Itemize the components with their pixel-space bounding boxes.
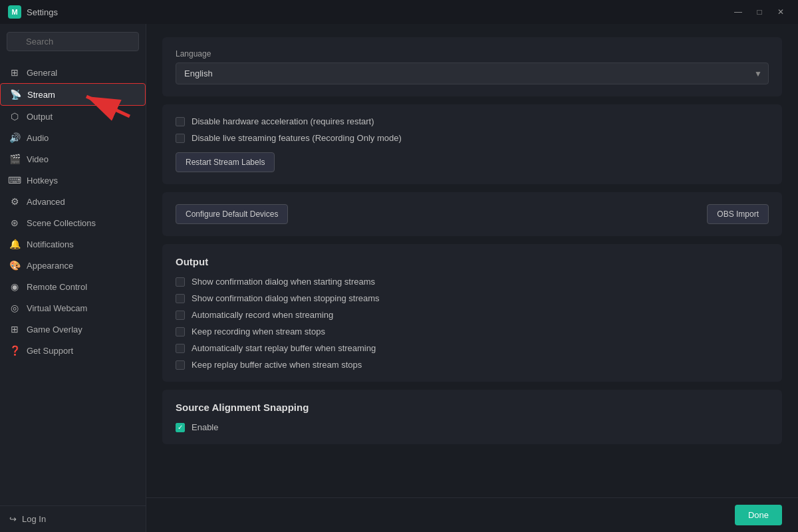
snapping-enable-label: Enable xyxy=(192,422,218,432)
sidebar-item-label: Appearance xyxy=(27,261,73,271)
sidebar-item-label: Get Support xyxy=(27,346,73,356)
auto-replay-label: Automatically start replay buffer when s… xyxy=(192,343,376,353)
obs-import-button[interactable]: OBS Import xyxy=(707,204,769,224)
login-button[interactable]: ↪ Log In xyxy=(9,514,136,524)
search-container: 🔍 xyxy=(0,24,146,59)
live-streaming-checkbox[interactable] xyxy=(176,134,185,143)
sidebar-item-label: Hotkeys xyxy=(27,176,58,186)
checkmark-icon: ✓ xyxy=(178,424,183,431)
appearance-icon: 🎨 xyxy=(9,260,20,271)
keep-recording-label: Keep recording when stream stops xyxy=(192,327,325,336)
sidebar-item-label: Advanced xyxy=(27,197,65,207)
confirm-stop-row: Show confirmation dialog when stopping s… xyxy=(176,293,769,303)
sidebar-item-get-support[interactable]: ❓ Get Support xyxy=(0,340,146,361)
live-streaming-row: Disable live streaming features (Recordi… xyxy=(176,133,769,143)
sidebar-item-virtual-webcam[interactable]: ◎ Virtual Webcam xyxy=(0,297,146,319)
sidebar-item-label: Scene Collections xyxy=(27,218,96,228)
minimize-button[interactable]: — xyxy=(729,5,747,19)
sidebar-item-scene-collections[interactable]: ⊛ Scene Collections xyxy=(0,212,146,233)
titlebar: M Settings — □ ✕ xyxy=(0,0,798,24)
auto-replay-checkbox[interactable] xyxy=(176,344,185,353)
sidebar-item-output[interactable]: ⬡ Output xyxy=(0,106,146,127)
sidebar-item-appearance[interactable]: 🎨 Appearance xyxy=(0,255,146,276)
sidebar-item-general[interactable]: ⊞ General xyxy=(0,62,146,83)
stream-icon: 📡 xyxy=(10,89,21,100)
confirm-stop-checkbox[interactable] xyxy=(176,294,185,303)
sidebar-item-label: Output xyxy=(27,112,53,122)
restart-stream-labels-button[interactable]: Restart Stream Labels xyxy=(176,152,275,172)
sidebar-item-video[interactable]: 🎬 Video xyxy=(0,148,146,170)
output-title: Output xyxy=(176,256,769,267)
sidebar-item-remote-control[interactable]: ◉ Remote Control xyxy=(0,276,146,297)
confirm-start-checkbox[interactable] xyxy=(176,277,185,287)
hw-accel-row: Disable hardware acceleration (requires … xyxy=(176,116,769,126)
main-layout: 🔍 ⊞ General 📡 Stream ⬡ Output 🔊 xyxy=(0,24,798,532)
language-section: Language English Spanish French German J… xyxy=(162,37,782,96)
hotkeys-icon: ⌨ xyxy=(9,175,20,186)
sidebar-item-label: General xyxy=(27,68,57,78)
confirm-start-row: Show confirmation dialog when starting s… xyxy=(176,277,769,287)
snapping-section: Source Alignment Snapping ✓ Enable xyxy=(162,390,782,444)
titlebar-title: Settings xyxy=(27,7,58,17)
search-input[interactable] xyxy=(7,32,139,51)
devices-btn-row: Configure Default Devices OBS Import xyxy=(176,204,769,224)
remote-control-icon: ◉ xyxy=(9,281,20,292)
sidebar-item-label: Game Overlay xyxy=(27,325,82,334)
sidebar-item-game-overlay[interactable]: ⊞ Game Overlay xyxy=(0,319,146,340)
output-section: Output Show confirmation dialog when sta… xyxy=(162,244,782,382)
confirm-stop-label: Show confirmation dialog when stopping s… xyxy=(192,293,380,303)
close-button[interactable]: ✕ xyxy=(771,5,790,19)
get-support-icon: ❓ xyxy=(9,345,20,356)
notifications-icon: 🔔 xyxy=(9,239,20,249)
output-icon: ⬡ xyxy=(9,111,20,122)
auto-record-row: Automatically record when streaming xyxy=(176,310,769,320)
audio-icon: 🔊 xyxy=(9,132,20,143)
nav-items: ⊞ General 📡 Stream ⬡ Output 🔊 Audio 🎬 Vi… xyxy=(0,59,146,505)
login-label: Log In xyxy=(22,514,46,524)
auto-record-checkbox[interactable] xyxy=(176,311,185,320)
footer: Done xyxy=(146,497,798,532)
live-streaming-label: Disable live streaming features (Recordi… xyxy=(192,133,402,143)
keep-replay-checkbox[interactable] xyxy=(176,360,185,370)
snapping-title: Source Alignment Snapping xyxy=(176,402,769,413)
sidebar-item-label: Notifications xyxy=(27,239,74,249)
app-logo: M xyxy=(8,5,21,19)
virtual-webcam-icon: ◎ xyxy=(9,303,20,313)
hw-accel-label: Disable hardware acceleration (requires … xyxy=(192,116,374,126)
video-icon: 🎬 xyxy=(9,154,20,164)
general-icon: ⊞ xyxy=(9,67,20,78)
restart-btn-container: Restart Stream Labels xyxy=(176,152,769,172)
sidebar-item-notifications[interactable]: 🔔 Notifications xyxy=(0,233,146,255)
sidebar-item-audio[interactable]: 🔊 Audio xyxy=(0,127,146,148)
keep-recording-row: Keep recording when stream stops xyxy=(176,327,769,336)
done-button[interactable]: Done xyxy=(735,505,782,525)
language-select[interactable]: English Spanish French German Japanese C… xyxy=(176,63,769,84)
snapping-enable-row: ✓ Enable xyxy=(176,422,769,432)
language-label: Language xyxy=(176,49,769,59)
hw-accel-checkbox[interactable] xyxy=(176,117,185,126)
language-select-wrapper: English Spanish French German Japanese C… xyxy=(176,63,769,84)
sidebar-item-label: Virtual Webcam xyxy=(27,303,87,313)
sidebar-item-stream[interactable]: 📡 Stream xyxy=(0,83,146,106)
titlebar-left: M Settings xyxy=(8,5,58,19)
advanced-icon: ⚙ xyxy=(9,196,20,207)
keep-replay-label: Keep replay buffer active when stream st… xyxy=(192,360,362,370)
devices-section: Configure Default Devices OBS Import xyxy=(162,192,782,236)
hardware-section: Disable hardware acceleration (requires … xyxy=(162,104,782,184)
configure-default-devices-button[interactable]: Configure Default Devices xyxy=(176,204,288,224)
sidebar-item-hotkeys[interactable]: ⌨ Hotkeys xyxy=(0,170,146,191)
sidebar-item-label: Remote Control xyxy=(27,282,87,292)
sidebar-bottom: ↪ Log In xyxy=(0,505,146,532)
keep-recording-checkbox[interactable] xyxy=(176,327,185,336)
game-overlay-icon: ⊞ xyxy=(9,324,20,334)
content-area: Language English Spanish French German J… xyxy=(146,24,798,532)
maximize-button[interactable]: □ xyxy=(750,5,769,19)
sidebar-item-advanced[interactable]: ⚙ Advanced xyxy=(0,191,146,212)
sidebar-item-label: Video xyxy=(27,154,49,164)
snapping-enable-checkbox[interactable]: ✓ xyxy=(176,423,185,432)
titlebar-controls: — □ ✕ xyxy=(729,5,790,19)
sidebar-item-label: Stream xyxy=(27,90,55,100)
scene-collections-icon: ⊛ xyxy=(9,217,20,228)
login-icon: ↪ xyxy=(9,514,17,524)
sidebar: 🔍 ⊞ General 📡 Stream ⬡ Output 🔊 xyxy=(0,24,146,532)
